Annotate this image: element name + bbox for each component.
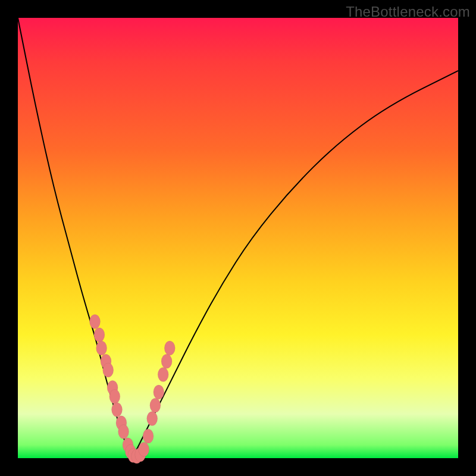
sample-marker (118, 425, 129, 439)
sample-marker (96, 341, 107, 355)
sample-marker (139, 442, 149, 456)
sample-marker (90, 315, 101, 329)
curve-svg (18, 18, 458, 458)
chart-frame: TheBottleneck.com (0, 0, 476, 476)
sample-markers (90, 315, 176, 464)
sample-marker (154, 385, 164, 399)
sample-marker (161, 354, 172, 368)
sample-marker (158, 367, 168, 381)
sample-marker (150, 398, 161, 412)
bottleneck-curve (18, 18, 458, 458)
sample-marker (94, 328, 105, 342)
sample-marker (147, 411, 158, 425)
sample-marker (103, 363, 114, 377)
sample-marker (164, 341, 175, 355)
plot-area (18, 18, 458, 458)
sample-marker (112, 403, 123, 417)
sample-marker (143, 429, 154, 443)
curve-right-branch (132, 71, 458, 458)
sample-marker (109, 389, 120, 403)
